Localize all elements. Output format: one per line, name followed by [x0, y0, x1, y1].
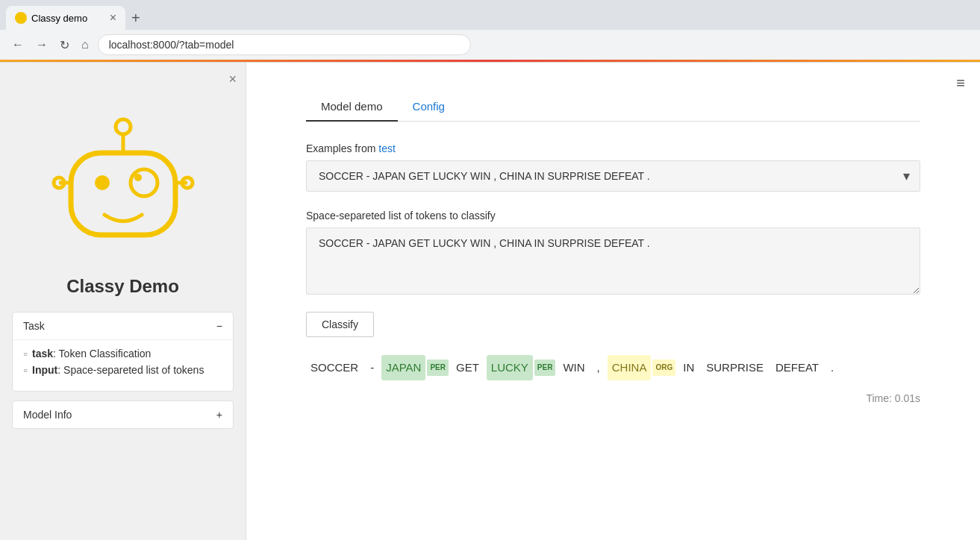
textarea-label: Space-separeted list of tokens to classi… — [306, 210, 920, 222]
refresh-button[interactable]: ↻ — [57, 35, 72, 55]
classify-button[interactable]: Classify — [306, 312, 374, 337]
token-get: GET — [452, 355, 484, 380]
token-china: CHINAORG — [608, 355, 675, 380]
examples-label: Examples from test — [306, 142, 920, 154]
tab-close-button[interactable]: × — [110, 12, 116, 24]
task-info-list: task: Token Classification Input: Space-… — [23, 348, 222, 376]
svg-point-8 — [131, 169, 157, 196]
examples-link[interactable]: test — [378, 142, 396, 154]
token-comma: , — [593, 355, 605, 380]
svg-point-0 — [116, 119, 131, 134]
svg-point-9 — [134, 174, 142, 181]
robot-logo — [12, 104, 234, 254]
token-japan: JAPANPER — [381, 355, 449, 380]
tab-config[interactable]: Config — [398, 92, 460, 122]
back-button[interactable]: ← — [9, 35, 27, 54]
token-in: IN — [678, 355, 699, 380]
token-win: WIN — [558, 355, 589, 380]
task-value: Token Classification — [59, 348, 152, 360]
app-title: Classy Demo — [12, 276, 234, 297]
token-period: . — [826, 355, 838, 380]
main-content: ≡ Model demo Config Examples from test S… — [246, 63, 980, 540]
token-surprise: SURPRISE — [702, 355, 768, 380]
examples-dropdown[interactable]: SOCCER - JAPAN GET LUCKY WIN , CHINA IN … — [306, 160, 920, 192]
url-bar[interactable]: localhost:8000/?tab=model — [98, 34, 471, 55]
sidebar: × C — [0, 63, 246, 540]
tab-bar: Classy demo × + — [0, 0, 980, 30]
active-tab: Classy demo × — [6, 6, 125, 30]
token-defeat: DEFEAT — [771, 355, 823, 380]
task-section-header[interactable]: Task − — [13, 313, 233, 339]
task-info-input: Input: Space-separeted list of tokens — [23, 364, 222, 376]
task-info-task: task: Token Classification — [23, 348, 222, 360]
svg-point-7 — [95, 175, 110, 190]
task-key: task — [32, 348, 53, 360]
home-button[interactable]: ⌂ — [78, 35, 92, 54]
token-soccer: SOCCER — [306, 355, 363, 380]
input-key: Input — [32, 364, 57, 376]
forward-button[interactable]: → — [33, 35, 51, 54]
tab-title: Classy demo — [31, 13, 105, 24]
model-info-section: Model Info + — [12, 401, 234, 429]
hamburger-icon[interactable]: ≡ — [956, 75, 965, 92]
tabs: Model demo Config — [306, 92, 920, 122]
classify-textarea[interactable]: SOCCER - JAPAN GET LUCKY WIN , CHINA IN … — [306, 227, 920, 295]
token-lucky: LUCKYPER — [487, 355, 556, 380]
task-section-label: Task — [23, 320, 45, 332]
model-info-label: Model Info — [23, 409, 72, 421]
tab-favicon — [15, 12, 27, 24]
browser-chrome: Classy demo × + ← → ↻ ⌂ localhost:8000/?… — [0, 0, 980, 63]
model-info-section-header[interactable]: Model Info + — [13, 401, 233, 428]
token-dash: - — [366, 355, 378, 380]
examples-dropdown-wrap: SOCCER - JAPAN GET LUCKY WIN , CHINA IN … — [306, 160, 920, 192]
task-section: Task − task: Token Classification Input:… — [12, 312, 234, 392]
loading-bar — [0, 60, 980, 62]
model-info-toggle[interactable]: + — [216, 409, 222, 421]
time-text: Time: 0.01s — [306, 392, 920, 404]
address-bar: ← → ↻ ⌂ localhost:8000/?tab=model — [0, 30, 980, 60]
sidebar-close-button[interactable]: × — [228, 72, 237, 87]
input-value: Space-separeted list of tokens — [63, 364, 204, 376]
robot-svg — [49, 104, 198, 254]
tab-model-demo[interactable]: Model demo — [306, 92, 398, 122]
task-section-body: task: Token Classification Input: Space-… — [13, 339, 233, 391]
task-section-toggle[interactable]: − — [216, 320, 222, 332]
result-line: SOCCER - JAPANPER GET LUCKYPER WIN , CHI… — [306, 355, 920, 380]
new-tab-button[interactable]: + — [128, 7, 143, 30]
app-layout: × C — [0, 63, 980, 540]
